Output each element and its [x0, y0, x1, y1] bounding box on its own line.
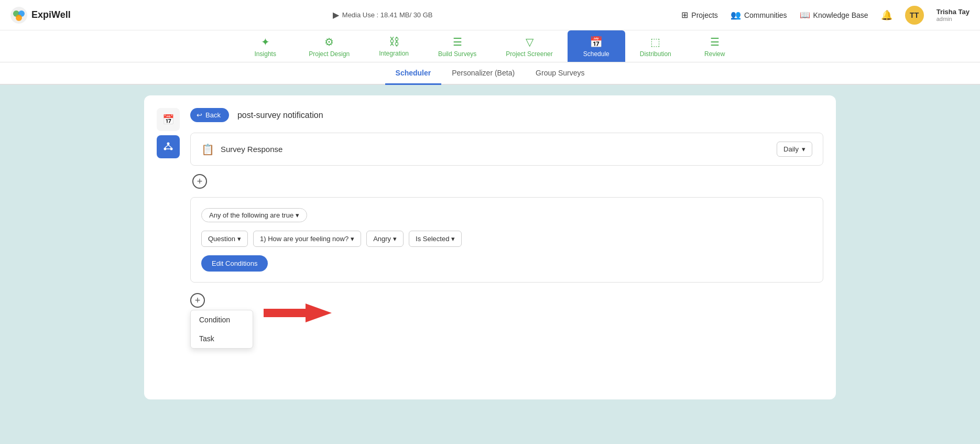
tab-build-surveys[interactable]: ☰ Build Surveys	[423, 30, 491, 62]
svg-point-3	[16, 15, 22, 21]
dropdown-condition-item[interactable]: Condition	[191, 310, 253, 329]
project-design-icon: ⚙	[324, 36, 334, 48]
back-arrow-icon: ↩	[197, 111, 202, 119]
sub-tab-scheduler[interactable]: Scheduler	[385, 62, 442, 85]
logo-icon	[10, 7, 27, 24]
dropdown-task-item[interactable]: Task	[191, 329, 253, 348]
condition-logic-dropdown[interactable]: Any of the following are true ▾	[201, 208, 307, 222]
avatar[interactable]: TT	[905, 6, 924, 25]
media-usage-area: ▶ Media Use : 18.41 MB/ 30 GB	[84, 10, 681, 20]
integration-icon: ⛓	[389, 36, 399, 48]
sidebar-calendar-btn[interactable]: 📅	[157, 108, 180, 131]
projects-link[interactable]: ⊞ Projects	[681, 10, 718, 20]
top-right-nav: ⊞ Projects 👥 Communities 📖 Knowledge Bas…	[681, 6, 970, 25]
tab-insights[interactable]: ✦ Insights	[236, 30, 294, 62]
tab-review[interactable]: ☰ Review	[686, 30, 744, 62]
back-button[interactable]: ↩ Back	[190, 108, 229, 122]
media-usage-label: Media Use : 18.41 MB/ 30 GB	[342, 11, 433, 19]
svg-point-5	[164, 148, 167, 150]
knowledge-base-link[interactable]: 📖 Knowledge Base	[800, 10, 868, 20]
main-right: ↩ Back post-survey notification 📋 Survey…	[190, 108, 823, 387]
review-icon: ☰	[710, 36, 720, 48]
tab-integration[interactable]: ⛓ Integration	[364, 30, 423, 62]
add-item-button[interactable]: +	[190, 293, 205, 308]
svg-line-7	[165, 145, 168, 148]
survey-response-block: 📋 Survey Response Daily ▾	[190, 133, 823, 166]
main-card: 📅 ↩ Back post-survey not	[144, 95, 836, 399]
user-info: Trisha Tay admin	[937, 8, 970, 22]
condition-block: Any of the following are true ▾ Question…	[190, 197, 823, 283]
insights-icon: ✦	[261, 36, 270, 48]
nav-tabs-container: ✦ Insights ⚙ Project Design ⛓ Integratio…	[0, 30, 980, 85]
sidebar-network-btn[interactable]	[157, 135, 180, 158]
sub-tab-group-surveys[interactable]: Group Surveys	[525, 62, 595, 85]
sub-tab-personalizer[interactable]: Personalizer (Beta)	[441, 62, 525, 85]
back-row: ↩ Back post-survey notification	[190, 108, 823, 122]
tab-project-design[interactable]: ⚙ Project Design	[294, 30, 364, 62]
svg-point-6	[170, 148, 173, 150]
condition-value-dropdown[interactable]: Angry ▾	[366, 231, 404, 247]
survey-response-icon: 📋	[201, 143, 214, 156]
schedule-icon: 📅	[590, 36, 603, 48]
content-area: 📅 ↩ Back post-survey not	[123, 95, 857, 420]
svg-point-4	[167, 143, 170, 145]
tab-project-screener[interactable]: ▽ Project Screener	[491, 30, 567, 62]
book-icon: 📖	[800, 10, 810, 20]
add-block-button[interactable]: +	[192, 174, 207, 189]
sub-tabs-row: Scheduler Personalizer (Beta) Group Surv…	[0, 62, 980, 85]
svg-line-8	[168, 145, 171, 148]
dropdown-arrow-icon: ▾	[802, 145, 805, 153]
top-bar: ExpiWell ▶ Media Use : 18.41 MB/ 30 GB ⊞…	[0, 0, 980, 30]
user-name: Trisha Tay	[937, 8, 970, 16]
tab-distribution[interactable]: ⬚ Distribution	[625, 30, 686, 62]
add-item-area: + Condition Task	[190, 293, 205, 308]
condition-question-dropdown[interactable]: 1) How are your feeling now? ▾	[253, 231, 361, 247]
red-arrow-annotation	[258, 302, 332, 326]
app-name: ExpiWell	[31, 9, 71, 20]
condition-row: Question ▾ 1) How are your feeling now? …	[201, 231, 812, 247]
left-sidebar: 📅	[157, 108, 180, 387]
build-surveys-icon: ☰	[453, 36, 462, 48]
grid-icon: ⊞	[681, 10, 688, 20]
operator-dropdown-arrow: ▾	[451, 235, 455, 243]
svg-marker-10	[264, 304, 332, 322]
edit-conditions-button[interactable]: Edit Conditions	[201, 255, 268, 272]
add-item-dropdown: Condition Task	[190, 310, 253, 349]
bell-icon[interactable]: 🔔	[881, 9, 892, 21]
page-title: post-survey notification	[237, 111, 323, 120]
logo-area: ExpiWell	[10, 7, 84, 24]
survey-response-label: Survey Response	[221, 145, 770, 154]
project-screener-icon: ▽	[526, 36, 533, 48]
user-role: admin	[937, 16, 970, 22]
condition-type-dropdown[interactable]: Question ▾	[201, 231, 248, 247]
communities-link[interactable]: 👥 Communities	[731, 10, 787, 20]
network-icon	[163, 142, 173, 152]
play-icon: ▶	[333, 10, 339, 20]
value-dropdown-arrow: ▾	[393, 235, 397, 243]
distribution-icon: ⬚	[650, 36, 660, 48]
people-icon: 👥	[731, 10, 741, 20]
nav-tabs-row: ✦ Insights ⚙ Project Design ⛓ Integratio…	[0, 30, 980, 62]
condition-operator-dropdown[interactable]: Is Selected ▾	[409, 231, 462, 247]
frequency-dropdown[interactable]: Daily ▾	[777, 142, 812, 157]
type-dropdown-arrow: ▾	[237, 235, 241, 243]
tab-schedule[interactable]: 📅 Schedule	[568, 30, 625, 62]
logic-dropdown-arrow: ▾	[296, 211, 299, 219]
question-dropdown-arrow: ▾	[351, 235, 354, 243]
